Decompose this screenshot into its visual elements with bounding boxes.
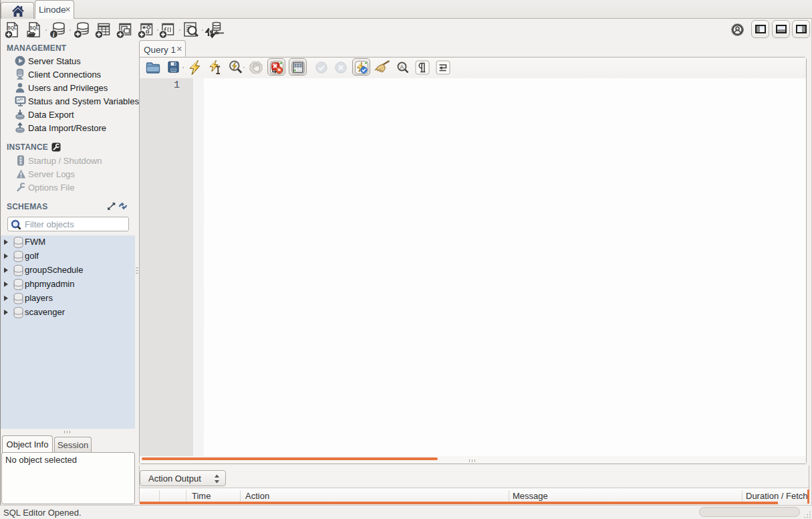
svg-text:SQL: SQL <box>30 25 39 31</box>
svg-text:SQL: SQL <box>8 25 17 31</box>
svg-text:A: A <box>400 64 404 70</box>
svg-text:i: i <box>53 31 55 38</box>
